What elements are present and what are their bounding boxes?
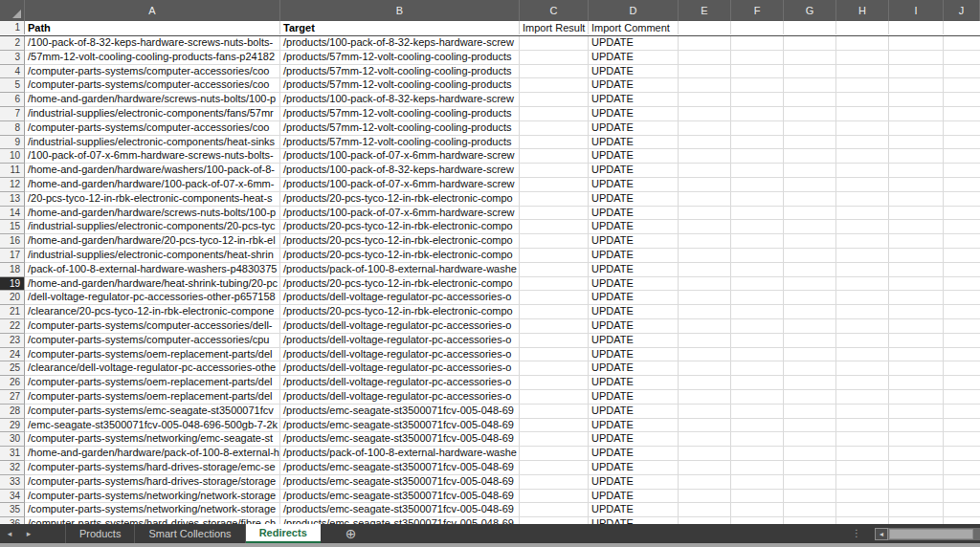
- cell-h29[interactable]: [836, 419, 889, 433]
- cell-d11[interactable]: UPDATE: [589, 164, 679, 178]
- cell-d28[interactable]: UPDATE: [589, 405, 679, 419]
- cell-i17[interactable]: [889, 249, 944, 263]
- cell-j4[interactable]: [944, 65, 980, 79]
- cell-g6[interactable]: [784, 93, 836, 107]
- cell-i6[interactable]: [889, 93, 944, 107]
- row-header-27[interactable]: 27: [0, 390, 25, 405]
- cell-h35[interactable]: [836, 503, 889, 517]
- cell-i20[interactable]: [889, 291, 944, 305]
- cell-h13[interactable]: [836, 192, 889, 207]
- cell-h3[interactable]: [836, 51, 889, 65]
- cell-c33[interactable]: [520, 475, 589, 490]
- column-header-i[interactable]: I: [889, 0, 944, 21]
- cell-g7[interactable]: [784, 107, 836, 121]
- cell-e10[interactable]: [679, 149, 731, 164]
- cell-e32[interactable]: [679, 461, 731, 475]
- cell-h1[interactable]: [836, 21, 889, 34]
- cell-a16[interactable]: /home-and-garden/hardware/20-pcs-tyco-12…: [25, 234, 280, 249]
- row-header-9[interactable]: 9: [0, 136, 25, 150]
- cell-d29[interactable]: UPDATE: [589, 419, 679, 433]
- row-header-28[interactable]: 28: [0, 405, 25, 419]
- cell-e36[interactable]: [679, 517, 731, 524]
- cell-g18[interactable]: [784, 263, 836, 277]
- cell-j25[interactable]: [944, 361, 980, 376]
- cell-d26[interactable]: UPDATE: [589, 376, 679, 390]
- cell-j6[interactable]: [944, 93, 980, 107]
- cell-d36[interactable]: UPDATE: [589, 517, 679, 524]
- cell-i13[interactable]: [889, 192, 944, 207]
- cell-i1[interactable]: [889, 21, 944, 34]
- cell-b2[interactable]: /products/100-pack-of-8-32-keps-hardware…: [280, 36, 520, 51]
- cell-d27[interactable]: UPDATE: [589, 390, 679, 405]
- cell-c1-import-result-header[interactable]: Import Result: [520, 21, 589, 34]
- cell-e11[interactable]: [679, 164, 731, 178]
- cell-e34[interactable]: [679, 490, 731, 504]
- cell-j27[interactable]: [944, 390, 980, 405]
- column-header-f[interactable]: F: [731, 0, 784, 21]
- row-header-34[interactable]: 34: [0, 490, 25, 504]
- cell-a21[interactable]: /clearance/20-pcs-tyco-12-in-rbk-electro…: [25, 305, 280, 319]
- cell-f13[interactable]: [731, 192, 784, 207]
- cell-j8[interactable]: [944, 121, 980, 136]
- cell-d6[interactable]: UPDATE: [589, 93, 679, 107]
- column-header-g[interactable]: G: [784, 0, 836, 21]
- cell-e28[interactable]: [679, 405, 731, 419]
- row-header-30[interactable]: 30: [0, 432, 25, 447]
- cell-f19[interactable]: [731, 277, 784, 292]
- cell-b36[interactable]: /products/emc-seagate-st3500071fcv-005-0…: [280, 517, 520, 524]
- cell-b12[interactable]: /products/100-pack-of-07-x-6mm-hardware-…: [280, 178, 520, 192]
- cell-i30[interactable]: [889, 432, 944, 447]
- cell-b22[interactable]: /products/dell-voltage-regulator-pc-acce…: [280, 319, 520, 334]
- row-header-22[interactable]: 22: [0, 319, 25, 334]
- cell-a31[interactable]: /home-and-garden/hardware/pack-of-100-8-…: [25, 447, 280, 461]
- cell-i34[interactable]: [889, 490, 944, 504]
- cell-g11[interactable]: [784, 164, 836, 178]
- row-header-24[interactable]: 24: [0, 348, 25, 362]
- cell-f22[interactable]: [731, 319, 784, 334]
- column-header-b[interactable]: B: [280, 0, 520, 21]
- cell-h4[interactable]: [836, 65, 889, 79]
- cell-i5[interactable]: [889, 78, 944, 93]
- cell-f9[interactable]: [731, 136, 784, 150]
- cell-b4[interactable]: /products/57mm-12-volt-cooling-cooling-p…: [280, 65, 520, 79]
- cell-d18[interactable]: UPDATE: [589, 263, 679, 277]
- row-header-14[interactable]: 14: [0, 207, 25, 221]
- cell-j20[interactable]: [944, 291, 980, 305]
- cell-h9[interactable]: [836, 136, 889, 150]
- cell-c25[interactable]: [520, 361, 589, 376]
- cell-c14[interactable]: [520, 207, 589, 221]
- cell-d23[interactable]: UPDATE: [589, 334, 679, 348]
- row-header-2[interactable]: 2: [0, 36, 25, 51]
- cell-h31[interactable]: [836, 447, 889, 461]
- cell-a8[interactable]: /computer-parts-systems/computer-accesso…: [25, 121, 280, 136]
- cell-f12[interactable]: [731, 178, 784, 192]
- cell-h12[interactable]: [836, 178, 889, 192]
- cell-e5[interactable]: [679, 78, 731, 93]
- cell-g19[interactable]: [784, 277, 836, 292]
- cell-f16[interactable]: [731, 234, 784, 249]
- cell-i3[interactable]: [889, 51, 944, 65]
- cell-b3[interactable]: /products/57mm-12-volt-cooling-cooling-p…: [280, 51, 520, 65]
- cell-e27[interactable]: [679, 390, 731, 405]
- cell-a18[interactable]: /pack-of-100-8-external-hardware-washers…: [25, 263, 280, 277]
- cell-h22[interactable]: [836, 319, 889, 334]
- cell-g10[interactable]: [784, 149, 836, 164]
- cell-c2[interactable]: [520, 36, 589, 51]
- cell-c19[interactable]: [520, 277, 589, 292]
- cell-c7[interactable]: [520, 107, 589, 121]
- cell-f7[interactable]: [731, 107, 784, 121]
- cell-g30[interactable]: [784, 432, 836, 447]
- cell-d30[interactable]: UPDATE: [589, 432, 679, 447]
- cell-d2[interactable]: UPDATE: [589, 36, 679, 51]
- cell-j14[interactable]: [944, 207, 980, 221]
- select-all-button[interactable]: [0, 0, 25, 21]
- cell-h7[interactable]: [836, 107, 889, 121]
- row-header-8[interactable]: 8: [0, 121, 25, 136]
- cell-i2[interactable]: [889, 36, 944, 51]
- cell-a3[interactable]: /57mm-12-volt-cooling-cooling-products-f…: [25, 51, 280, 65]
- cell-d34[interactable]: UPDATE: [589, 490, 679, 504]
- cell-g17[interactable]: [784, 249, 836, 263]
- cell-e26[interactable]: [679, 376, 731, 390]
- cell-c20[interactable]: [520, 291, 589, 305]
- cell-j19[interactable]: [944, 277, 980, 292]
